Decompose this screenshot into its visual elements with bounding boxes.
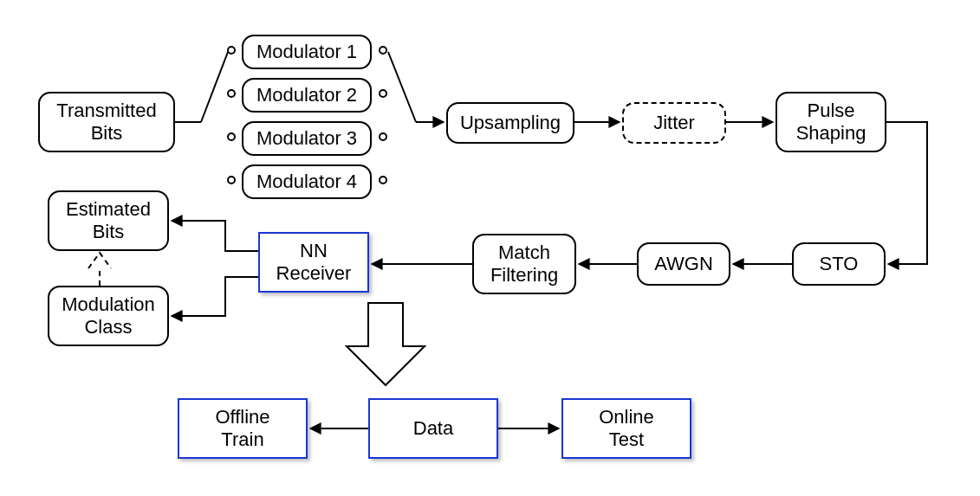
block-label: OfflineTrain — [215, 406, 269, 452]
block-label: Modulator 4 — [256, 171, 357, 193]
jitter-block: Jitter — [622, 102, 726, 144]
block-label: Jitter — [653, 112, 695, 134]
block-label: TransmittedBits — [56, 100, 156, 145]
switch-port-icon — [379, 132, 387, 141]
match-filtering-block: MatchFiltering — [472, 234, 576, 294]
sto-block: STO — [792, 242, 886, 286]
block-label: EstimatedBits — [66, 198, 151, 244]
data-block: Data — [368, 398, 498, 459]
block-label: ModulationClass — [62, 293, 155, 339]
offline-train-block: OfflineTrain — [178, 398, 308, 459]
modulator-2-block: Modulator 2 — [242, 78, 372, 113]
block-label: STO — [820, 253, 859, 275]
block-label: MatchFiltering — [490, 242, 558, 287]
switch-port-icon — [227, 132, 236, 141]
upsampling-block: Upsampling — [446, 102, 574, 144]
block-label: PulseShaping — [796, 100, 866, 145]
modulation-class-block: ModulationClass — [48, 286, 169, 346]
block-label: Data — [413, 417, 453, 440]
block-label: Upsampling — [460, 112, 561, 134]
block-label: Modulator 2 — [256, 84, 357, 106]
switch-port-icon — [379, 89, 387, 98]
transmitted-bits-block: TransmittedBits — [38, 92, 175, 152]
svg-line-2 — [388, 52, 416, 122]
pulse-shaping-block: PulseShaping — [776, 92, 886, 152]
block-label: NNReceiver — [276, 240, 352, 286]
nn-receiver-block: NNReceiver — [258, 232, 369, 293]
modulator-1-block: Modulator 1 — [242, 35, 372, 69]
awgn-block: AWGN — [637, 242, 730, 286]
block-label: Modulator 3 — [256, 127, 357, 150]
switch-port-icon — [227, 176, 236, 184]
switch-port-icon — [227, 46, 236, 55]
switch-port-icon — [227, 89, 236, 98]
modulator-4-block: Modulator 4 — [242, 164, 372, 199]
hollow-down-arrow-icon — [347, 303, 425, 385]
block-label: AWGN — [654, 253, 713, 275]
switch-port-icon — [379, 46, 387, 55]
switch-port-icon — [379, 176, 387, 184]
online-test-block: OnlineTest — [561, 398, 691, 459]
svg-line-1 — [201, 52, 228, 122]
block-label: OnlineTest — [599, 406, 654, 452]
dashed-up-arrow-icon — [88, 253, 111, 286]
estimated-bits-block: EstimatedBits — [48, 190, 169, 251]
block-label: Modulator 1 — [256, 41, 357, 63]
modulator-3-block: Modulator 3 — [242, 121, 372, 156]
